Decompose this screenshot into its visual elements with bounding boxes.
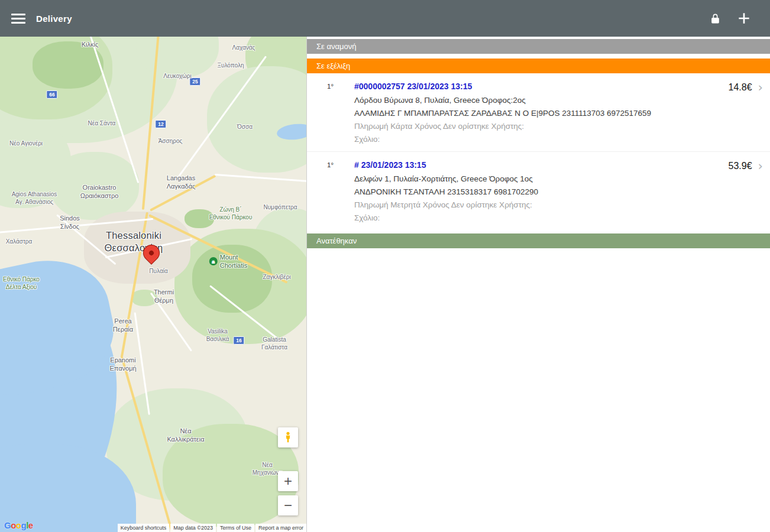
map-label: Άσσηρος xyxy=(158,137,183,145)
order-address: Λόρδου Βύρωνα 8, Πυλαία, Greece Όροφος:2… xyxy=(354,96,720,105)
map-label: Πυλαία xyxy=(149,267,167,275)
map-labels: ΚιλκίςΛαχανάςΞυλόποληΛευκοχώριΝέα ΣάνταΌ… xyxy=(0,37,306,532)
app-title: Delivery xyxy=(36,14,72,24)
order-payment-info: Πληρωμή Μετρητά Χρόνος Δεν ορίστηκε Χρήσ… xyxy=(354,200,720,209)
map-label: Vasilika Βασιλικά xyxy=(206,327,229,343)
section-header-waiting[interactable]: Σε αναμονή xyxy=(307,39,770,54)
order-body: #0000002757 23/01/2023 13:15 Λόρδου Βύρω… xyxy=(354,82,720,148)
order-row[interactable]: 1° #0000002757 23/01/2023 13:15 Λόρδου Β… xyxy=(307,73,770,151)
map-label: Νέο Αγιονέρι xyxy=(9,140,43,147)
map-label: Λαχανάς xyxy=(232,44,255,51)
map-marker[interactable] xyxy=(143,245,161,266)
map-label: Χαλάστρα xyxy=(6,238,33,245)
map-label: Εθνικό Πάρκο Δέλτα Αξιού xyxy=(3,275,40,291)
map-label: Ξυλόπολη xyxy=(218,61,244,69)
map-label: Νυμφόπετρα xyxy=(263,203,297,211)
order-price: 14.8€ xyxy=(729,82,752,93)
map-label: Epanomi Επανομή xyxy=(109,356,136,373)
orders-panel: Σε αναμονή Σε εξέλιξη 1° #0000002757 23/… xyxy=(306,37,770,532)
chevron-right-icon[interactable]: › xyxy=(758,82,763,94)
keyboard-shortcuts-link[interactable]: Keyboard shortcuts xyxy=(118,524,170,532)
tree-icon xyxy=(209,257,218,265)
map-label: Thermi Θέρμη xyxy=(154,288,174,305)
order-comment: Σχόλιο: xyxy=(354,213,720,222)
road-shield: 66 xyxy=(46,90,57,99)
app-root: Delivery ΚιλκίςΛαχανάςΞυλόποληΛευκοχώριΝ… xyxy=(0,0,770,532)
map-data-label: Map data ©2023 xyxy=(170,524,216,532)
order-payment-info: Πληρωμή Κάρτα Χρόνος Δεν ορίστηκε Χρήστη… xyxy=(354,122,720,131)
map-label: Ζώνη Β΄ Εθνικού Πάρκου xyxy=(209,206,253,221)
map-label: Oraiokastro Ωραιόκαστρο xyxy=(80,183,119,200)
section-header-in-progress[interactable]: Σε εξέλιξη xyxy=(307,59,770,73)
google-logo[interactable]: Google xyxy=(4,520,33,530)
menu-icon[interactable] xyxy=(11,11,25,26)
map-label: Sindos Σίνδος xyxy=(60,214,80,231)
map-label: Κιλκίς xyxy=(82,40,99,48)
road-shield: 12 xyxy=(155,120,166,128)
road-shield: 16 xyxy=(233,336,244,345)
order-ordinal: 1° xyxy=(307,160,354,168)
order-price: 53.9€ xyxy=(729,161,752,171)
order-row[interactable]: 1° # 23/01/2023 13:15 Δελφών 1, Πυλαία-Χ… xyxy=(307,151,770,230)
app-bar: Delivery xyxy=(0,0,770,37)
map-attribution: Keyboard shortcuts Map data ©2023 Terms … xyxy=(117,524,306,532)
pegman-icon xyxy=(282,431,295,444)
map-label: Λευκοχώρι xyxy=(163,72,191,80)
order-address: Δελφών 1, Πυλαία-Χορτιάτης, Greece Όροφο… xyxy=(354,174,720,183)
section-header-assigned[interactable]: Ανατέθηκαν xyxy=(307,233,770,248)
orders-list: 1° #0000002757 23/01/2023 13:15 Λόρδου Β… xyxy=(307,73,770,230)
order-title: #0000002757 23/01/2023 13:15 xyxy=(354,82,720,91)
chevron-right-icon[interactable]: › xyxy=(758,160,763,173)
map-label: Perea Περαία xyxy=(113,317,133,334)
order-customer: ΑΝΔΡΟΝΙΚΗ ΤΣΑΝΤΑΛΗ 2315318317 6981702290 xyxy=(354,187,720,196)
map-label: Όσσα xyxy=(237,123,253,131)
order-ordinal: 1° xyxy=(307,82,354,90)
order-customer: ΑΛΑΜΙΔΗΣ Γ ΜΠΑΜΠΑΡΑΤΣΑΣ ΖΑΡΔΑΒΑΣ Ν Ο Ε|9… xyxy=(354,109,720,118)
map-label: Νέα Σάντα xyxy=(88,119,116,127)
map-label: Galatista Γαλάτιστα xyxy=(261,336,287,351)
map-pin-icon xyxy=(140,241,163,265)
map-label: Ζαγκλιβέρι xyxy=(263,273,290,281)
map-label: Mount Chortiatis xyxy=(209,253,247,270)
terms-of-use-link[interactable]: Terms of Use xyxy=(217,524,254,532)
map[interactable]: ΚιλκίςΛαχανάςΞυλόποληΛευκοχώριΝέα ΣάνταΌ… xyxy=(0,37,306,532)
main-content: ΚιλκίςΛαχανάςΞυλόποληΛευκοχώριΝέα ΣάνταΌ… xyxy=(0,37,770,532)
map-label: Agios Athanasios Αγ. Αθανάσιος xyxy=(12,190,57,206)
order-body: # 23/01/2023 13:15 Δελφών 1, Πυλαία-Χορτ… xyxy=(354,160,720,226)
map-label: Νέα Καλλικράτεια xyxy=(167,427,204,444)
zoom-out-button[interactable]: − xyxy=(278,495,298,515)
order-title: # 23/01/2023 13:15 xyxy=(354,160,720,170)
lock-icon[interactable] xyxy=(710,12,721,25)
order-comment: Σχόλιο: xyxy=(354,135,720,144)
report-map-error-link[interactable]: Report a map error xyxy=(255,524,306,532)
map-label: Langadas Λαγκαδάς xyxy=(167,174,196,191)
zoom-in-button[interactable]: + xyxy=(278,471,298,491)
pegman-button[interactable] xyxy=(278,427,298,447)
add-icon[interactable] xyxy=(736,11,752,26)
panel-empty-area xyxy=(307,248,770,532)
appbar-actions xyxy=(710,11,770,26)
